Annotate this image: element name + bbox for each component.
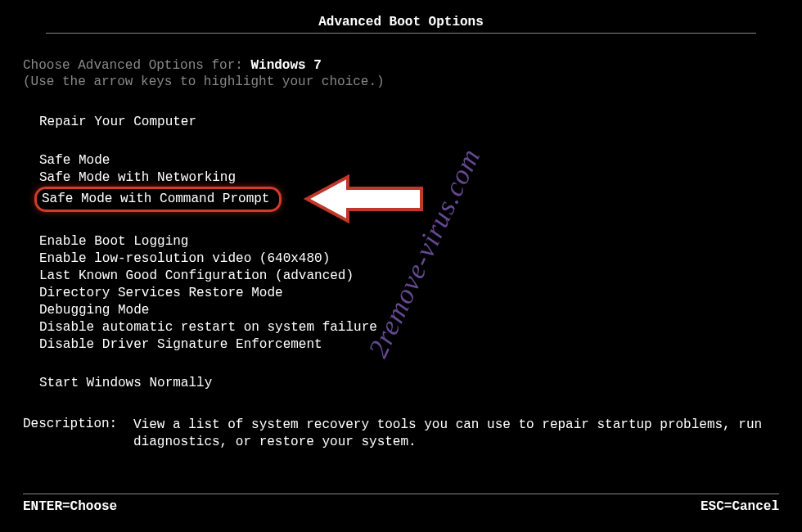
menu-group-advanced: Enable Boot Logging Enable low-resolutio… xyxy=(39,233,779,354)
description-text: View a list of system recovery tools you… xyxy=(133,417,779,451)
menu-item-disable-auto-restart[interactable]: Disable automatic restart on system fail… xyxy=(39,319,377,336)
menu-item-safe-mode-networking[interactable]: Safe Mode with Networking xyxy=(39,169,236,187)
menu-group-repair: Repair Your Computer xyxy=(39,114,779,131)
title-underline xyxy=(46,33,756,34)
menu-item-debugging-mode[interactable]: Debugging Mode xyxy=(39,302,149,319)
menu-item-ds-restore-mode[interactable]: Directory Services Restore Mode xyxy=(39,285,283,302)
menu-item-low-res-video[interactable]: Enable low-resolution video (640x480) xyxy=(39,250,330,268)
choose-prefix: Choose Advanced Options for: xyxy=(23,58,250,73)
menu-group-normal: Start Windows Normally xyxy=(39,375,779,392)
footer-divider xyxy=(23,494,779,494)
footer-enter: ENTER=Choose xyxy=(23,499,117,514)
choose-line: Choose Advanced Options for: Windows 7 xyxy=(23,58,779,73)
menu-group-safemode: Safe Mode Safe Mode with Networking Safe… xyxy=(39,152,779,212)
menu-item-disable-driver-sig[interactable]: Disable Driver Signature Enforcement xyxy=(39,336,322,354)
page-title: Advanced Boot Options xyxy=(23,15,779,29)
menu-item-last-known-good[interactable]: Last Known Good Configuration (advanced) xyxy=(39,268,354,285)
menu-item-enable-boot-logging[interactable]: Enable Boot Logging xyxy=(39,233,188,250)
menu-item-repair-your-computer[interactable]: Repair Your Computer xyxy=(39,114,196,131)
menu-item-start-normally[interactable]: Start Windows Normally xyxy=(39,375,212,392)
menu-item-safe-mode-command-prompt[interactable]: Safe Mode with Command Prompt xyxy=(34,187,282,212)
description-block: Description: View a list of system recov… xyxy=(23,417,779,451)
boot-options-screen: Advanced Boot Options Choose Advanced Op… xyxy=(0,0,802,532)
footer: ENTER=Choose ESC=Cancel xyxy=(23,494,779,514)
menu-item-safe-mode[interactable]: Safe Mode xyxy=(39,152,110,169)
os-name: Windows 7 xyxy=(250,58,321,73)
footer-esc: ESC=Cancel xyxy=(701,499,779,514)
description-label: Description: xyxy=(23,417,133,451)
hint-text: (Use the arrow keys to highlight your ch… xyxy=(23,74,779,89)
